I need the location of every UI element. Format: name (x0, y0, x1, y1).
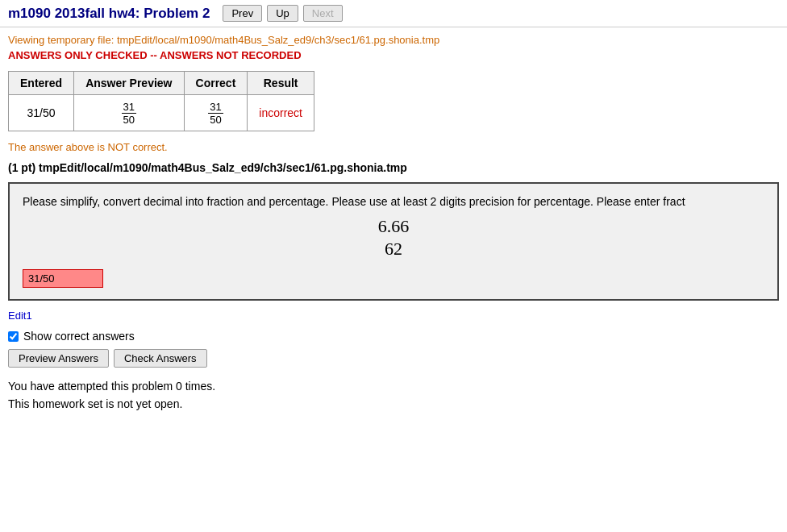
button-row: Preview Answers Check Answers (8, 349, 779, 368)
result-value: incorrect (248, 95, 314, 131)
answer-input[interactable] (23, 269, 103, 288)
temp-file-notice: Viewing temporary file: tmpEdit/local/m1… (8, 34, 779, 46)
problem-box: Please simplify, convert decimal into fr… (8, 182, 779, 301)
col-result: Result (248, 72, 314, 95)
problem-text: Please simplify, convert decimal into fr… (23, 195, 764, 208)
col-preview: Answer Preview (74, 72, 184, 95)
number-display-2: 62 (23, 239, 764, 260)
correct-value: 31 50 (184, 95, 248, 131)
table-row: 31/50 31 50 31 50 incorrect (9, 95, 314, 131)
preview-answers-button[interactable]: Preview Answers (8, 349, 109, 368)
show-correct-label: Show correct answers (23, 330, 135, 343)
fraction-preview: 31 50 (122, 101, 136, 126)
attempt-line1: You have attempted this problem 0 times. (8, 377, 779, 395)
col-correct: Correct (184, 72, 248, 95)
prev-button[interactable]: Prev (223, 5, 262, 22)
page-title: m1090 2013fall hw4: Problem 2 (8, 6, 210, 22)
edit-link[interactable]: Edit1 (8, 310, 32, 322)
attempt-message: You have attempted this problem 0 times.… (8, 377, 779, 414)
col-entered: Entered (9, 72, 74, 95)
number-display-1: 6.66 (23, 216, 764, 237)
up-button[interactable]: Up (267, 5, 298, 22)
next-button[interactable]: Next (303, 5, 343, 22)
show-answers-row: Show correct answers (8, 330, 779, 343)
attempt-line2: This homework set is not yet open. (8, 395, 779, 413)
problem-reference: (1 pt) tmpEdit/local/m1090/math4Bus_Salz… (8, 161, 779, 174)
answer-preview: 31 50 (74, 95, 184, 131)
check-answers-button[interactable]: Check Answers (114, 349, 207, 368)
entered-value: 31/50 (9, 95, 74, 131)
not-correct-message: The answer above is NOT correct. (8, 141, 779, 153)
show-correct-checkbox[interactable] (8, 331, 19, 342)
fraction-correct: 31 50 (208, 101, 223, 126)
results-table: Entered Answer Preview Correct Result 31… (8, 71, 314, 131)
answers-notice: ANSWERS ONLY CHECKED -- ANSWERS NOT RECO… (8, 49, 779, 61)
